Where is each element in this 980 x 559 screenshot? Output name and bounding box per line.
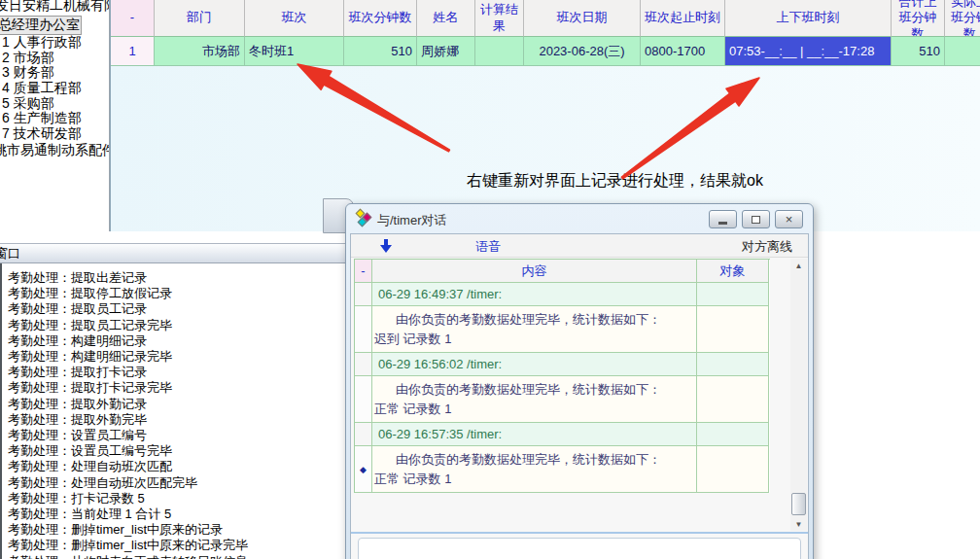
message-body-row[interactable]: 由你负责的考勤数据处理完毕，统计数据如下： 正常 记录数 1: [355, 376, 770, 423]
column-header-calc-result[interactable]: 计算结果: [475, 0, 524, 37]
message-col-object[interactable]: 对象: [697, 260, 769, 283]
log-line: 考勤处理：删掉timer_list中原来的记录完毕: [8, 538, 350, 553]
message-timestamp-row[interactable]: 06-29 16:56:02 /timer:: [355, 353, 770, 376]
restore-button[interactable]: [742, 210, 770, 228]
close-icon: ×: [786, 212, 793, 227]
attendance-grid: - 部门 班次 班次分钟数 姓名 计算结果 班次日期 班次起止时刻 上下班时刻 …: [111, 0, 980, 66]
annotation-text: 右键重新对界面上记录进行处理，结果就ok: [467, 171, 763, 192]
log-line: 考勤处理：设置员工编号完毕: [8, 443, 350, 459]
column-header-clock-times[interactable]: 上下班时刻: [725, 0, 892, 37]
voice-label: 语音: [475, 238, 501, 256]
log-line: 考勤处理：提取外勤完毕: [8, 412, 350, 428]
sidebar-item[interactable]: 4 质量工程部: [0, 81, 109, 96]
log-line: 考勤处理：提取外勤记录: [8, 397, 350, 412]
department-tree: 发日安精工机械有限 总经理办公室 1 人事行政部 2 市场部 3 财务部 4 质…: [0, 0, 110, 231]
column-header-total-minutes[interactable]: 合计上班分钟数: [892, 0, 945, 37]
message-timestamp[interactable]: 06-29 16:56:02 /timer:: [372, 353, 697, 376]
log-line: 考勤处理：提取员工记录完毕: [8, 318, 350, 333]
message-scrollbar[interactable]: ▲ ▼: [790, 259, 807, 531]
scroll-up-icon[interactable]: ▲: [790, 259, 807, 272]
message-timestamp-row[interactable]: 06-29 16:49:37 /timer:: [355, 283, 770, 306]
log-line: 考勤处理：提取打卡记录完毕: [8, 380, 350, 396]
grid-data-row[interactable]: 1 市场部 冬时班1 510 周娇娜 2023-06-28(三) 0800-17…: [111, 37, 980, 66]
dialog-content: 语音 对方离线 - 内容 对象 06-29 16:49:37 /timer: 由…: [350, 233, 809, 559]
sidebar-item[interactable]: 7 技术研发部: [0, 126, 109, 142]
sidebar-item[interactable]: 2 市场部: [0, 51, 109, 66]
message-table: - 内容 对象 06-29 16:49:37 /timer: 由你负责的考勤数据…: [354, 259, 770, 493]
column-header-dept[interactable]: 部门: [155, 0, 245, 37]
message-timestamp-row[interactable]: 06-29 16:57:35 /timer:: [355, 423, 770, 446]
cell-total-minutes[interactable]: 510: [892, 37, 945, 66]
column-header-date[interactable]: 班次日期: [524, 0, 641, 37]
scroll-down-icon[interactable]: ▼: [790, 517, 807, 531]
dialog-toolbar: 语音 对方离线: [351, 234, 808, 258]
attendance-grid-area: - 部门 班次 班次分钟数 姓名 计算结果 班次日期 班次起止时刻 上下班时刻 …: [110, 0, 980, 231]
cell-calc-result[interactable]: [475, 37, 524, 66]
log-line: 考勤处理：删掉timer_list中原来的记录: [8, 522, 350, 538]
log-line: 考勤处理：设置员工编号: [8, 428, 350, 443]
sidebar-item-selected[interactable]: 总经理办公室: [0, 16, 82, 35]
log-panel-header: 窗口: [0, 243, 350, 263]
sidebar-item[interactable]: 3 财务部: [0, 65, 109, 81]
log-line: 考勤处理：打卡记录数 5: [8, 491, 350, 507]
column-header-rownum[interactable]: -: [111, 0, 155, 37]
cell-name[interactable]: 周娇娜: [417, 37, 475, 66]
log-line: 考勤处理：提取出差记录: [8, 270, 350, 286]
scrollbar-thumb[interactable]: [791, 493, 806, 515]
message-body[interactable]: 由你负责的考勤数据处理完毕，统计数据如下： 迟到 记录数 1: [372, 306, 697, 353]
log-line: 考勤处理：提取员工记录: [8, 301, 350, 317]
log-line: 考勤处理：提取打卡记录: [8, 365, 350, 380]
column-header-actual-minutes[interactable]: 实际上班分钟数: [945, 0, 980, 37]
log-line: 考勤处理：处理自动班次匹配: [8, 459, 350, 474]
log-panel: 窗口 考勤处理：提取出差记录 考勤处理：提取停工放假记录 考勤处理：提取员工记录…: [0, 243, 350, 559]
cell-shift-minutes[interactable]: 510: [344, 37, 417, 66]
log-line: 考勤处理：构建明细记录完毕: [8, 349, 350, 365]
dialog-title: 与/timer对话: [377, 212, 447, 229]
column-header-name[interactable]: 姓名: [417, 0, 475, 37]
log-line: 考勤处理：构建明细记录: [8, 333, 350, 349]
sidebar-item[interactable]: 6 生产制造部: [0, 111, 109, 126]
restore-icon: [752, 216, 760, 224]
timer-dialog-window: 与/timer对话 × 语音 对方离线 - 内容 对象 06-29 16:49:…: [345, 203, 814, 559]
cell-rownum[interactable]: 1: [111, 37, 155, 66]
main-window-top: 发日安精工机械有限 总经理办公室 1 人事行政部 2 市场部 3 财务部 4 质…: [0, 0, 980, 231]
message-body[interactable]: 由你负责的考勤数据处理完毕，统计数据如下： 正常 记录数 1: [372, 376, 697, 423]
sidebar-item[interactable]: 5 采购部: [0, 96, 109, 112]
log-line: 考勤处理：处理自动班次匹配完毕: [8, 475, 350, 491]
dialog-app-icon: [356, 210, 373, 227]
down-arrow-icon[interactable]: [380, 239, 392, 253]
minimize-icon: [718, 222, 727, 225]
message-body[interactable]: 由你负责的考勤数据处理完毕，统计数据如下： 正常 记录数 1: [372, 446, 697, 493]
peer-status-label: 对方离线: [742, 238, 792, 256]
message-col-gutter[interactable]: -: [355, 260, 372, 283]
column-header-shift-range[interactable]: 班次起止时刻: [641, 0, 725, 37]
sidebar-item-footer[interactable]: 姚市易通制动系配件: [0, 142, 109, 159]
chat-input-area[interactable]: [358, 538, 801, 559]
message-col-content[interactable]: 内容: [372, 260, 697, 283]
log-line: 考勤处理：从临时表向正式表转移日账信息: [8, 554, 350, 559]
message-timestamp[interactable]: 06-29 16:57:35 /timer:: [372, 423, 697, 446]
message-body-row[interactable]: ◆ 由你负责的考勤数据处理完毕，统计数据如下： 正常 记录数 1: [355, 446, 770, 493]
company-name: 发日安精工机械有限: [0, 0, 109, 15]
input-separator: [351, 532, 808, 534]
message-table-header: - 内容 对象: [355, 260, 770, 283]
message-body-row[interactable]: 由你负责的考勤数据处理完毕，统计数据如下： 迟到 记录数 1: [355, 306, 770, 353]
cell-dept[interactable]: 市场部: [155, 37, 245, 66]
column-header-shift[interactable]: 班次: [245, 0, 344, 37]
log-line: 考勤处理：当前处理 1 合计 5: [8, 507, 350, 522]
cell-shift[interactable]: 冬时班1: [245, 37, 344, 66]
minimize-button[interactable]: [709, 210, 737, 228]
sidebar-item[interactable]: 1 人事行政部: [0, 35, 109, 51]
message-timestamp[interactable]: 06-29 16:49:37 /timer:: [372, 283, 697, 306]
dialog-titlebar[interactable]: 与/timer对话 ×: [346, 204, 813, 233]
current-row-marker-icon: ◆: [360, 465, 367, 474]
cell-date[interactable]: 2023-06-28(三): [524, 37, 641, 66]
cell-clock-times-selected[interactable]: 07:53-__:__ | __:__-17:28: [725, 37, 892, 66]
log-panel-title: 窗口: [0, 244, 20, 263]
log-output: 考勤处理：提取出差记录 考勤处理：提取停工放假记录 考勤处理：提取员工记录 考勤…: [0, 263, 350, 559]
cell-shift-range[interactable]: 0800-1700: [641, 37, 725, 66]
column-header-shift-minutes[interactable]: 班次分钟数: [344, 0, 417, 37]
close-button[interactable]: ×: [775, 210, 803, 228]
cell-actual-minutes[interactable]: [945, 37, 980, 66]
log-line: 考勤处理：提取停工放假记录: [8, 286, 350, 301]
